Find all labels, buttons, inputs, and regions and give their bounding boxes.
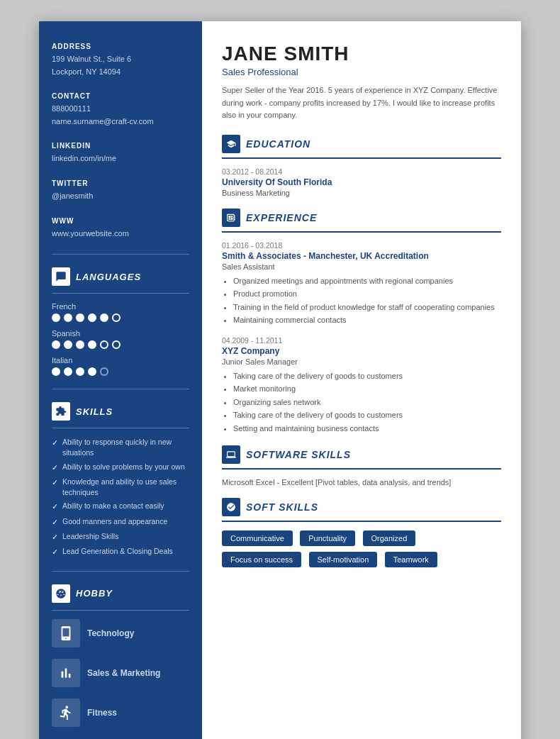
sidebar-divider-1 [52, 254, 189, 255]
experience-icon [226, 213, 236, 223]
exp2-role: Junior Sales Manager [222, 357, 501, 366]
languages-section: LANGUAGES French Spanish [52, 267, 189, 376]
monitor-icon [226, 450, 236, 460]
skills-divider [52, 428, 189, 428]
software-icon-box [222, 445, 240, 464]
hobby-label: HOBBY [76, 588, 113, 599]
contact-label: CONTACT [52, 92, 189, 100]
tag-communicative: Communicative [222, 530, 293, 546]
bullet-item: Setting and maintaining business contact… [233, 423, 501, 435]
soft-skills-divider [222, 521, 501, 522]
experience-icon-box [222, 209, 240, 227]
education-icon [226, 139, 236, 149]
experience-section: EXPERIENCE 01.2016 - 03.2018 Smith & Ass… [222, 209, 501, 435]
education-divider [222, 157, 501, 159]
linkedin-label: LINKEDIN [52, 142, 189, 150]
languages-divider [52, 293, 189, 294]
experience-label: EXPERIENCE [246, 212, 317, 223]
bullet-item: Organized meetings and appointments with… [233, 275, 501, 287]
tag-organized: Organized [363, 530, 416, 546]
bullet-item: Organizing sales network [233, 396, 501, 409]
contact-phone: 888000111 [52, 103, 189, 116]
exp2-dates: 04.2009 - 11.2011 [222, 336, 501, 345]
hobby-technology-label: Technology [87, 628, 134, 638]
www-label: WWW [52, 217, 189, 225]
chat-icon [55, 271, 67, 282]
tag-focus: Focus on success [222, 552, 301, 567]
software-text: Microsoft Excel - Excellent [Pivot table… [222, 478, 501, 487]
skill-item: ✓Ability to make a contact easily [52, 501, 189, 512]
soft-skills-tags: Communicative Punctuality Organized Focu… [222, 530, 501, 573]
sidebar-divider-3 [52, 571, 189, 572]
tag-punctuality: Punctuality [300, 530, 355, 546]
languages-icon-box [52, 267, 70, 286]
candidate-name: JANE SMITH [222, 43, 501, 65]
hobby-divider [52, 610, 189, 611]
linkedin-url: linkedin.com/in/me [52, 152, 189, 165]
exp2-company: XYZ Company [222, 346, 501, 356]
technology-icon [58, 626, 74, 641]
exp1-role: Sales Assistant [222, 262, 501, 271]
hobby-sales: Sales & Marketing [52, 659, 189, 687]
bullet-item: Training in the field of product knowled… [233, 301, 501, 313]
linkedin-section: LINKEDIN linkedin.com/in/me [52, 142, 189, 165]
resume-wrapper: ADDRESS 199 Walnut St., Suite 6 Lockport… [39, 21, 521, 739]
contact-section: CONTACT 888000111 name.surname@craft-cv.… [52, 92, 189, 128]
education-section: EDUCATION 03.2012 - 08.2014 University O… [222, 135, 501, 197]
bullet-item: Product promotion [233, 288, 501, 300]
edu-institution: University Of South Florida [222, 177, 501, 187]
address-section: ADDRESS 199 Walnut St., Suite 6 Lockport… [52, 43, 189, 78]
main-content: JANE SMITH Sales Professional Super Sell… [202, 21, 521, 739]
lang-spanish-dots [52, 340, 189, 349]
hobby-fitness-label: Fitness [87, 708, 117, 718]
soft-skills-label: SOFT SKILLS [246, 501, 318, 513]
job-title: Sales Professional [222, 67, 501, 77]
software-skills-section: SOFTWARE SKILLS Microsoft Excel - Excell… [222, 445, 501, 487]
twitter-section: TWITTER @janesmith [52, 179, 189, 203]
sidebar: ADDRESS 199 Walnut St., Suite 6 Lockport… [39, 21, 202, 739]
skill-item: ✓Knowledge and ability to use sales tech… [52, 477, 189, 497]
skill-item: ✓Lead Generation & Closing Deals [52, 546, 189, 557]
www-section: WWW www.yourwebsite.com [52, 217, 189, 240]
edu-degree: Business Marketing [222, 189, 501, 197]
check-circle-icon [226, 502, 236, 512]
www-url: www.yourwebsite.com [52, 228, 189, 240]
address-line1: 199 Walnut St., Suite 6 [52, 53, 189, 66]
skill-item: ✓Ability to response quickly in new situ… [52, 437, 189, 457]
twitter-label: TWITTER [52, 179, 189, 187]
lang-italian-dots [52, 367, 189, 376]
soft-skills-section: SOFT SKILLS Communicative Punctuality Or… [222, 498, 501, 573]
edu-dates: 03.2012 - 08.2014 [222, 167, 501, 176]
exp1-bullets: Organized meetings and appointments with… [222, 275, 501, 326]
summary-text: Super Seller of the Year 2016. 5 years o… [222, 84, 501, 122]
fitness-icon [58, 705, 74, 721]
lang-spanish-name: Spanish [52, 329, 189, 338]
skill-item: ✓Good manners and appearance [52, 516, 189, 528]
education-icon-box [222, 135, 240, 153]
fitness-icon-box [52, 699, 80, 727]
name-title-block: JANE SMITH Sales Professional [222, 43, 501, 77]
skills-section: SKILLS ✓Ability to response quickly in n… [52, 402, 189, 558]
exp1-company: Smith & Associates - Manchester, UK Accr… [222, 251, 501, 261]
soft-skills-icon-box [222, 498, 240, 516]
address-label: ADDRESS [52, 43, 189, 50]
education-label: EDUCATION [246, 138, 310, 150]
address-line2: Lockport, NY 14094 [52, 66, 189, 79]
bullet-item: Market monitoring [233, 383, 501, 395]
twitter-handle: @janesmith [52, 190, 189, 203]
puzzle-icon [55, 406, 67, 417]
tag-self-motivation: Self-motivation [309, 552, 378, 567]
soccer-icon [55, 588, 67, 599]
skill-item: ✓Leadership Skills [52, 531, 189, 543]
hobby-section: HOBBY Technology Sales & Ma [52, 584, 189, 727]
bullet-item: Taking care of the delivery of goods to … [233, 370, 501, 382]
contact-email: name.surname@craft-cv.com [52, 116, 189, 128]
hobby-sales-label: Sales & Marketing [87, 668, 160, 678]
skills-label: SKILLS [76, 406, 113, 417]
sales-icon-box [52, 659, 80, 687]
tag-teamwork: Teamwork [385, 552, 437, 567]
hobby-fitness: Fitness [52, 699, 189, 727]
languages-label: LANGUAGES [76, 272, 141, 282]
experience-divider [222, 231, 501, 233]
software-divider [222, 468, 501, 469]
